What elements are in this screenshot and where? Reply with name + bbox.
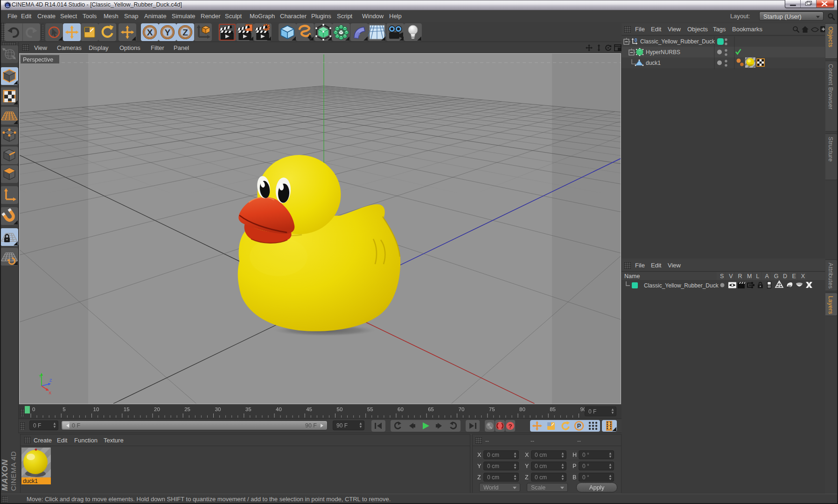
- svg-text:X: X: [49, 391, 51, 395]
- svg-text:X: X: [147, 28, 153, 37]
- svg-text:60: 60: [398, 406, 404, 412]
- svg-text:M: M: [747, 273, 752, 280]
- svg-text:Y: Y: [165, 28, 171, 37]
- svg-text:Z: Z: [182, 28, 188, 37]
- svg-text:S: S: [720, 273, 724, 280]
- svg-text:70: 70: [459, 406, 465, 412]
- svg-text:D: D: [783, 273, 787, 280]
- svg-text:Perspective: Perspective: [23, 56, 53, 63]
- svg-text:20: 20: [154, 406, 160, 412]
- svg-text:65: 65: [428, 406, 434, 412]
- svg-text:?: ?: [508, 423, 512, 430]
- svg-text:80: 80: [519, 406, 525, 412]
- svg-text:Name: Name: [624, 273, 640, 280]
- svg-text:duck1: duck1: [646, 60, 661, 66]
- svg-text:E: E: [792, 273, 796, 280]
- svg-text:85: 85: [550, 406, 556, 412]
- svg-text:35: 35: [245, 406, 251, 412]
- svg-text:0: 0: [32, 406, 35, 412]
- svg-text:10: 10: [93, 406, 99, 412]
- svg-text:0: 0: [635, 38, 637, 43]
- svg-text:Classic_Yellow_Rubber_Duck: Classic_Yellow_Rubber_Duck: [640, 38, 715, 45]
- svg-text:R: R: [738, 273, 742, 280]
- svg-text:50: 50: [337, 406, 343, 412]
- svg-text:Z: Z: [49, 378, 52, 383]
- svg-text:V: V: [729, 273, 733, 280]
- svg-text:G: G: [774, 273, 779, 280]
- svg-text:30: 30: [215, 406, 221, 412]
- svg-text:Classic_Yellow_Rubber_Duck: Classic_Yellow_Rubber_Duck: [644, 282, 719, 289]
- svg-text:75: 75: [489, 406, 495, 412]
- svg-text:40: 40: [276, 406, 282, 412]
- svg-text:Y: Y: [39, 374, 42, 378]
- svg-text:HyperNURBS: HyperNURBS: [646, 49, 680, 56]
- svg-text:L: L: [756, 273, 759, 280]
- svg-text:X: X: [801, 273, 805, 280]
- svg-text:5: 5: [63, 406, 65, 412]
- svg-text:25: 25: [184, 406, 190, 412]
- svg-text:A: A: [765, 273, 769, 280]
- svg-text:45: 45: [306, 406, 312, 412]
- svg-text:P: P: [577, 423, 581, 429]
- svg-text:15: 15: [124, 406, 130, 412]
- svg-text:55: 55: [367, 406, 373, 412]
